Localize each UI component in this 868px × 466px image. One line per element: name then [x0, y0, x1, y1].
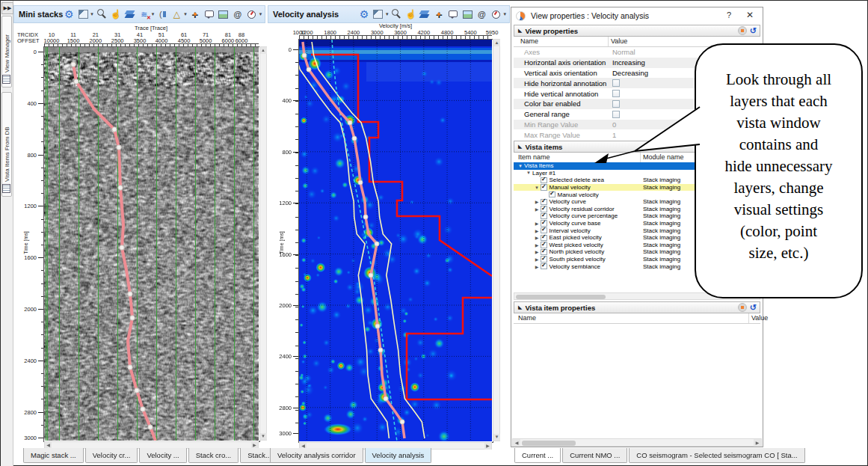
section-header-view-properties[interactable]: ◣View properties↺: [514, 25, 760, 37]
vertical-scrollbar[interactable]: ▲▼: [493, 39, 500, 441]
bottom-tab-current-nmo-[interactable]: Current NMO ...: [562, 448, 627, 463]
dialog-tabstrip: Current ...Current NMO ...CO seismogram …: [514, 448, 868, 465]
tree-expander-icon[interactable]: ▼: [533, 186, 541, 190]
bottom-tab-stack-cro-[interactable]: Stack cro...: [188, 448, 239, 463]
tree-item-module: Stack imaging: [643, 263, 680, 270]
column-header-label: Name: [520, 37, 538, 45]
property-value[interactable]: 0: [612, 120, 616, 129]
compass-icon[interactable]: [246, 8, 258, 20]
compass-icon[interactable]: [490, 8, 502, 20]
crosshair-pick-icon[interactable]: +: [189, 8, 201, 20]
tree-expander-icon[interactable]: ▶: [533, 257, 541, 262]
tree-checkbox[interactable]: [541, 184, 547, 191]
scroll-down-button[interactable]: ▼: [493, 434, 500, 441]
tree-expander-icon[interactable]: ▶: [533, 249, 541, 254]
dropdown-arrow-icon[interactable]: ▾: [386, 11, 389, 17]
tree-checkbox[interactable]: [549, 191, 555, 198]
horizontal-scrollbar[interactable]: ◀▶: [44, 441, 259, 449]
magnifier-icon[interactable]: [96, 8, 108, 20]
tree-item-module: Stack imaging: [643, 206, 680, 212]
snapshot-icon[interactable]: [218, 8, 230, 20]
scroll-up-button[interactable]: ▲: [260, 47, 267, 54]
mini-stacks-plot[interactable]: [44, 47, 259, 441]
axis-tick-label: 400: [271, 97, 292, 104]
bottom-tab-current-[interactable]: Current ...: [514, 448, 561, 463]
property-value[interactable]: Decreasing: [612, 69, 648, 77]
zoom-frame-icon[interactable]: [77, 8, 89, 20]
rail-tab-label: View Manager: [4, 34, 10, 73]
polygon-zone-icon[interactable]: △: [170, 8, 182, 20]
tree-checkbox[interactable]: [541, 263, 547, 270]
tree-expander-icon[interactable]: ▶: [533, 221, 541, 226]
time-axis-ruler: [295, 49, 298, 433]
crosshair-pick-icon[interactable]: +: [433, 8, 445, 20]
scroll-right-button[interactable]: ▶: [484, 443, 491, 450]
magnify-region-icon[interactable]: @: [232, 8, 244, 20]
dropdown-arrow-icon[interactable]: ▾: [90, 11, 93, 17]
rail-tab-vista-items-from-db[interactable]: Vista Items From DB: [1, 92, 12, 197]
snapshot-icon[interactable]: [461, 8, 473, 20]
property-value[interactable]: 1: [612, 131, 616, 139]
scroll-up-button[interactable]: ▲: [493, 40, 500, 46]
tree-expander-icon[interactable]: ▶: [533, 242, 541, 248]
bottom-tab-magic-stack-[interactable]: Magic stack ...: [23, 448, 84, 463]
section-target-icon[interactable]: [738, 26, 747, 35]
bottom-tab-velocity-[interactable]: Velocity ...: [139, 448, 186, 463]
velocity-plot[interactable]: [299, 40, 492, 441]
tree-expander-icon[interactable]: ▶: [533, 199, 541, 204]
bottom-tab-velocity-analysis[interactable]: Velocity analysis: [365, 448, 432, 463]
layers-icon[interactable]: [419, 8, 431, 20]
vertical-scrollbar[interactable]: ▲▼: [259, 46, 267, 441]
property-checkbox[interactable]: [612, 90, 620, 97]
property-checkbox[interactable]: [612, 100, 620, 108]
property-value[interactable]: Increasing: [612, 58, 645, 67]
dropdown-arrow-icon[interactable]: ▾: [503, 11, 506, 17]
tree-expander-icon[interactable]: ▶: [533, 264, 541, 269]
property-checkbox[interactable]: [612, 79, 620, 87]
dropdown-arrow-icon[interactable]: ▾: [152, 11, 155, 17]
section-header-vista-item-properties[interactable]: ◣Vista item properties↺: [514, 301, 760, 313]
zoom-frame-icon[interactable]: [372, 8, 384, 20]
section-collapse-icon[interactable]: ◣: [518, 144, 522, 150]
section-collapse-icon[interactable]: ◣: [518, 28, 522, 34]
bottom-tab-velocity-analysis-corridor[interactable]: Velocity analysis corridor: [270, 448, 363, 463]
comment-icon[interactable]: [447, 8, 459, 20]
axis-tick-label: 2800: [271, 405, 292, 411]
settings-gear-icon[interactable]: ⚙: [358, 8, 370, 20]
scroll-down-button[interactable]: ▼: [260, 433, 267, 440]
axis-tick-label: 2400: [16, 358, 37, 364]
hand-pointer-icon[interactable]: ☝: [110, 8, 122, 20]
section-collapse-icon[interactable]: ◣: [518, 304, 522, 310]
tree-expander-icon[interactable]: ▶: [533, 235, 541, 240]
magnifier-icon[interactable]: [390, 8, 402, 20]
scroll-right-button[interactable]: ▶: [754, 439, 761, 447]
hand-pointer-icon[interactable]: ☝: [404, 8, 416, 20]
velocity-toolbar-icons: ⚙▾☝+@▾: [358, 8, 506, 20]
tree-expander-icon[interactable]: ▼: [517, 164, 524, 168]
tree-expander-icon[interactable]: ▼: [525, 171, 532, 175]
layers-icon[interactable]: [124, 8, 136, 20]
view-manager-icon: [3, 75, 11, 84]
rail-expand-button[interactable]: ▶▶: [1, 2, 13, 14]
dropdown-arrow-icon[interactable]: ▾: [259, 11, 262, 17]
section-undo-icon[interactable]: ↺: [750, 27, 757, 34]
tree-expander-icon[interactable]: ▶: [533, 206, 541, 212]
property-checkbox[interactable]: [612, 111, 620, 118]
scroll-left-button[interactable]: ◀: [513, 439, 520, 447]
section-undo-icon[interactable]: ↺: [750, 304, 757, 311]
dropdown-arrow-icon[interactable]: ▾: [184, 11, 187, 17]
property-value[interactable]: Normal: [612, 48, 635, 56]
settings-gear-icon[interactable]: ⚙: [63, 8, 75, 20]
rail-tab-view-manager[interactable]: View Manager: [1, 16, 12, 88]
tree-expander-icon[interactable]: ▶: [533, 228, 541, 233]
bottom-tab-velocity-cr-[interactable]: Velocity cr...: [85, 448, 138, 463]
vista-items-db-icon: [3, 184, 11, 193]
dialog-horizontal-scrollbar[interactable]: ◀▶: [512, 438, 762, 447]
tree-item-label: Manual velocity: [550, 184, 591, 191]
bottom-tab-co-seismogram-selected-seismogram-co-sta-[interactable]: CO seismogram - Selected seismogram CO […: [629, 448, 804, 463]
section-target-icon[interactable]: [738, 303, 747, 312]
gain-control-icon[interactable]: (: [156, 8, 168, 20]
comment-icon[interactable]: [203, 8, 215, 20]
magnify-region-icon[interactable]: @: [475, 8, 487, 20]
wiggle-trace-icon[interactable]: ≋: [138, 8, 150, 20]
